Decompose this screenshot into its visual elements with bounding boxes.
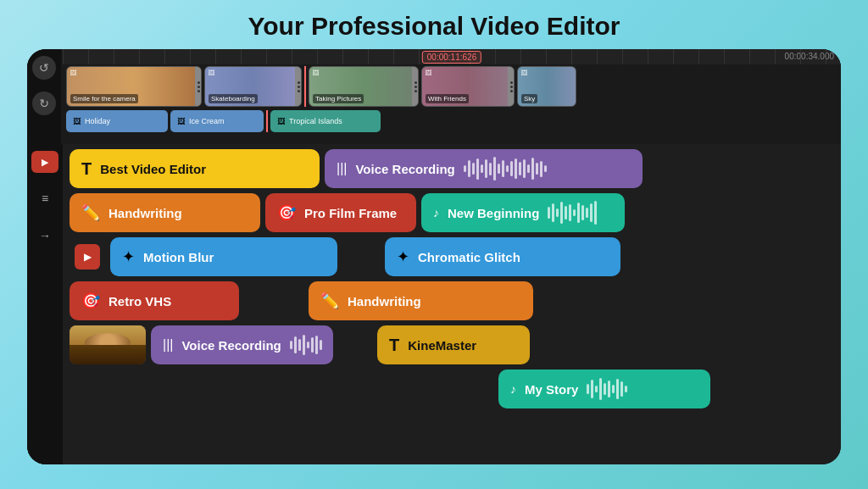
chromatic-icon: ✦ <box>397 247 409 266</box>
editor-main: ▶ ≡ → T Best Video Editor ||| Voice Reco… <box>27 144 841 464</box>
sub-clip-label-1: Holiday <box>85 117 110 125</box>
handwriting-icon-left: ✏️ <box>81 203 100 222</box>
retro-vhs-label: Retro VHS <box>108 294 171 308</box>
my-story-label: My Story <box>525 382 578 397</box>
motion-blur-block[interactable]: ✦ Motion Blur <box>110 237 337 276</box>
handwriting-block-left[interactable]: ✏️ Handwriting <box>70 193 260 232</box>
kinemaster-block[interactable]: T KineMaster <box>377 325 530 364</box>
export-icon[interactable]: → <box>33 224 57 247</box>
kinemaster-t-icon: T <box>389 336 399 355</box>
kinemaster-label: KineMaster <box>408 338 476 353</box>
waveform-2 <box>548 200 597 225</box>
sub-clip-3[interactable]: 🖼 Tropical Islands <box>270 110 381 132</box>
music-icon-2: ♪ <box>510 382 516 396</box>
video-clip-3[interactable]: 🖼 Taking Pictures <box>309 66 419 107</box>
chromatic-label: Chromatic Glitch <box>418 250 520 264</box>
device-frame: ↺ ↺ 00:00:11:626 00:00:34.000 🖼 Smile fo… <box>27 49 841 464</box>
sub-clip-label-2: Ice Cream <box>189 117 225 125</box>
best-video-editor-label: Best Video Editor <box>100 162 206 176</box>
layers-icon[interactable]: ≡ <box>33 186 57 210</box>
waveform-1 <box>464 156 547 181</box>
audio-icon-2: ||| <box>163 337 173 353</box>
sub-clip-1[interactable]: 🖼 Holiday <box>66 110 168 132</box>
track-row-4: 🎯 Retro VHS ✏️ Handwriting <box>70 281 834 320</box>
chromatic-glitch-block[interactable]: ✦ Chromatic Glitch <box>385 237 620 276</box>
handwriting-block-right[interactable]: ✏️ Handwriting <box>309 281 533 320</box>
motion-blur-label: Motion Blur <box>143 250 214 264</box>
clip-label-5: Sky <box>521 94 537 103</box>
handwriting-label-right: Handwriting <box>348 294 421 308</box>
sub-tracks-row: 🖼 Holiday 🖼 Ice Cream 🖼 Tropical Islands <box>63 108 841 134</box>
sub-clip-label-3: Tropical Islands <box>289 117 342 125</box>
best-video-editor-block[interactable]: T Best Video Editor <box>70 149 320 188</box>
pro-film-frame-block[interactable]: 🎯 Pro Film Frame <box>265 193 416 232</box>
track-row-5: ||| Voice Recording T KineMaster <box>70 325 834 364</box>
timeline-controls: ↺ ↺ <box>27 49 61 144</box>
motion-blur-icon: ✦ <box>122 247 135 266</box>
clip-label-1: Smile for the camera <box>70 94 138 103</box>
waveform-3 <box>290 332 322 358</box>
timestamp-center: 00:00:11:626 <box>422 51 481 64</box>
track-row-2: ✏️ Handwriting 🎯 Pro Film Frame ♪ New Be… <box>70 193 834 232</box>
video-clip-5[interactable]: 🖼 Sky <box>517 66 576 107</box>
timeline-content: 00:00:11:626 00:00:34.000 🖼 Smile for th… <box>63 49 841 144</box>
clip-label-4: With Friends <box>426 94 469 103</box>
playhead-sub <box>266 110 268 132</box>
video-tracks-row: 🖼 Smile for the camera 🖼 Skateboarding 🖼… <box>63 64 841 108</box>
timeline-area: ↺ ↺ 00:00:11:626 00:00:34.000 🖼 Smile fo… <box>27 49 841 144</box>
pro-film-icon: 🎯 <box>277 203 296 222</box>
retro-vhs-icon: 🎯 <box>81 292 100 310</box>
track-row-3: ▶ ✦ Motion Blur ✦ Chromatic Glitch <box>70 237 834 276</box>
timestamp-right: 00:00:34.000 <box>785 52 834 61</box>
sub-clip-2[interactable]: 🖼 Ice Cream <box>170 110 264 132</box>
voice-recording-block-2[interactable]: ||| Voice Recording <box>151 325 333 364</box>
video-clip-1[interactable]: 🖼 Smile for the camera <box>66 66 202 107</box>
voice-recording-label-2: Voice Recording <box>181 338 281 353</box>
video-layer-icon[interactable]: ▶ <box>75 244 100 270</box>
clip-label-2: Skateboarding <box>209 94 258 103</box>
track-row-1: T Best Video Editor ||| Voice Recording <box>70 149 834 188</box>
tracks-area: T Best Video Editor ||| Voice Recording … <box>63 144 841 464</box>
redo-button[interactable]: ↺ <box>32 92 56 115</box>
voice-recording-label-1: Voice Recording <box>355 162 454 176</box>
music-icon-1: ♪ <box>433 206 439 219</box>
pro-film-label: Pro Film Frame <box>304 206 397 220</box>
voice-recording-block-1[interactable]: ||| Voice Recording <box>325 149 643 188</box>
page-title: Your Professional Video Editor <box>0 0 868 49</box>
video-icon[interactable]: ▶ <box>31 151 58 173</box>
track-row-6: ♪ My Story <box>70 370 834 408</box>
left-sidebar: ▶ ≡ → <box>27 144 63 464</box>
thumb-person-bg <box>70 325 146 364</box>
video-clip-4[interactable]: 🖼 With Friends <box>421 66 515 107</box>
new-beginning-block[interactable]: ♪ New Beginning <box>421 193 625 232</box>
new-beginning-label: New Beginning <box>448 206 539 220</box>
retro-vhs-block[interactable]: 🎯 Retro VHS <box>70 281 239 320</box>
playhead-marker <box>304 66 306 107</box>
clip-label-3: Taking Pictures <box>313 94 364 103</box>
text-icon: T <box>81 159 92 179</box>
video-clip-2[interactable]: 🖼 Skateboarding <box>204 66 302 107</box>
handwriting-label-left: Handwriting <box>108 206 182 220</box>
waveform-4 <box>587 376 627 402</box>
handwriting-icon-right: ✏️ <box>320 292 339 310</box>
time-marker-bar: 00:00:11:626 00:00:34.000 <box>63 49 841 64</box>
my-story-block[interactable]: ♪ My Story <box>498 370 710 408</box>
audio-icon-1: ||| <box>337 161 347 176</box>
video-thumbnail[interactable] <box>70 325 146 364</box>
undo-button[interactable]: ↺ <box>32 56 56 80</box>
